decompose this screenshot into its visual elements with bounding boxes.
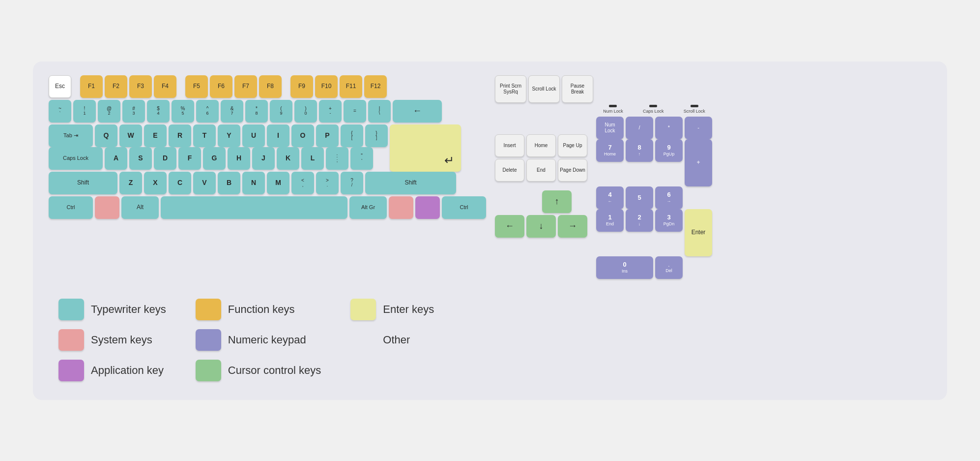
np-7-key[interactable]: 7 Home [596,139,624,162]
n-key[interactable]: N [242,172,265,194]
semicolon-key[interactable]: : ; [326,147,348,170]
delete-key[interactable]: Delete [495,159,524,182]
w-key[interactable]: W [119,124,142,147]
tilde-key[interactable]: ~ ` [49,100,71,123]
f-key[interactable]: F [178,147,201,170]
f12-key[interactable]: F12 [364,75,387,98]
page-down-key[interactable]: Page Down [558,159,587,182]
f9-key[interactable]: F9 [290,75,313,98]
q-key[interactable]: Q [95,124,117,147]
down-arrow-key[interactable]: ↓ [526,215,556,238]
a-key[interactable]: A [105,147,127,170]
right-win-key[interactable] [389,196,413,219]
f8-key[interactable]: F8 [259,75,282,98]
left-win-key[interactable] [95,196,119,219]
f2-key[interactable]: F2 [105,75,127,98]
np-9-key[interactable]: 9 PgUp [655,139,683,162]
np-slash-key[interactable]: / [626,117,653,139]
insert-key[interactable]: Insert [495,134,524,157]
right-arrow-key[interactable]: → [558,215,587,238]
three-key[interactable]: # 3 [122,100,145,123]
f6-key[interactable]: F6 [210,75,232,98]
m-key[interactable]: M [267,172,289,194]
h-key[interactable]: H [228,147,250,170]
j-key[interactable]: J [252,147,275,170]
left-arrow-key[interactable]: ← [495,215,524,238]
right-shift-key[interactable]: Shift [365,172,456,194]
np-6-key[interactable]: 6 → [655,186,683,209]
app-key[interactable] [415,196,440,219]
spacebar-key[interactable] [161,196,347,219]
tab-key[interactable]: Tab ⇥ [49,124,93,147]
np-4-key[interactable]: 4 ← [596,186,624,209]
quote-key[interactable]: " ' [350,147,373,170]
two-key[interactable]: @ 2 [98,100,120,123]
caps-lock-key[interactable]: Caps Lock [49,147,103,170]
close-bracket-key[interactable]: } ] [365,124,388,147]
f10-key[interactable]: F10 [315,75,338,98]
np-1-key[interactable]: 1 End [596,209,624,232]
z-key[interactable]: Z [119,172,142,194]
np-0-key[interactable]: 0 Ins [596,256,653,279]
np-asterisk-key[interactable]: * [655,117,683,139]
o-key[interactable]: O [291,124,314,147]
comma-key[interactable]: < , [291,172,314,194]
np-plus-key[interactable]: + [685,139,712,186]
np-3-key[interactable]: 3 PgDn [655,209,683,232]
esc-key[interactable]: Esc [49,75,71,98]
enter-key[interactable]: ↵ [390,124,461,172]
nine-key[interactable]: ( 9 [270,100,292,123]
print-screen-key[interactable]: Print Scrn SysRq [495,75,526,103]
f11-key[interactable]: F11 [340,75,362,98]
left-shift-key[interactable]: Shift [49,172,117,194]
one-key[interactable]: ! 1 [73,100,96,123]
home-key[interactable]: Home [526,134,556,157]
np-minus-key[interactable]: - [685,117,712,139]
equals-key[interactable]: = [344,100,366,123]
i-key[interactable]: I [267,124,289,147]
f1-key[interactable]: F1 [80,75,103,98]
page-up-key[interactable]: Page Up [558,134,587,157]
y-key[interactable]: Y [218,124,240,147]
p-key[interactable]: P [316,124,339,147]
np-numlock-key[interactable]: Num Lock [596,117,624,139]
t-key[interactable]: T [193,124,216,147]
seven-key[interactable]: & 7 [221,100,243,123]
x-key[interactable]: X [144,172,167,194]
np-enter-key[interactable]: Enter [685,209,712,256]
f4-key[interactable]: F4 [154,75,176,98]
pause-key[interactable]: Pause Break [562,75,593,103]
c-key[interactable]: C [169,172,191,194]
d-key[interactable]: D [154,147,176,170]
scroll-lock-key[interactable]: Scroll Lock [528,75,560,103]
e-key[interactable]: E [144,124,167,147]
np-8-key[interactable]: 8 ↑ [626,139,653,162]
six-key[interactable]: ^ 6 [196,100,219,123]
five-key[interactable]: % 5 [172,100,194,123]
f3-key[interactable]: F3 [129,75,152,98]
alt-gr-key[interactable]: Alt Gr [349,196,387,219]
eight-key[interactable]: * 8 [245,100,268,123]
end-key[interactable]: End [526,159,556,182]
left-alt-key[interactable]: Alt [121,196,159,219]
open-bracket-key[interactable]: { [ [341,124,363,147]
right-ctrl-key[interactable]: Ctrl [442,196,486,219]
np-5-key[interactable]: 5 [626,186,653,209]
left-ctrl-key[interactable]: Ctrl [49,196,93,219]
g-key[interactable]: G [203,147,226,170]
backslash-key[interactable]: | \ [368,100,391,123]
backspace-key[interactable]: ← [393,100,442,123]
f7-key[interactable]: F7 [234,75,257,98]
f5-key[interactable]: F5 [185,75,208,98]
l-key[interactable]: L [301,147,324,170]
s-key[interactable]: S [129,147,152,170]
np-dot-key[interactable]: . Del [655,256,683,279]
up-arrow-key[interactable]: ↑ [542,190,572,213]
slash-key[interactable]: ? / [341,172,363,194]
b-key[interactable]: B [218,172,240,194]
v-key[interactable]: V [193,172,216,194]
r-key[interactable]: R [169,124,191,147]
period-key[interactable]: > . [316,172,339,194]
np-2-key[interactable]: 2 ↓ [626,209,653,232]
zero-key[interactable]: ) 0 [294,100,317,123]
